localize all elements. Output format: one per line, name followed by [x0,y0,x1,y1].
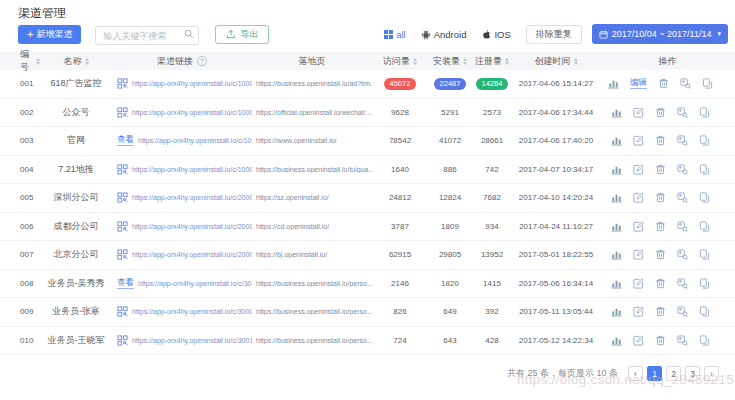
qr-preview-icon[interactable] [677,107,688,118]
landing-link[interactable]: https://sz.openinstall.io/ [256,194,329,201]
page-button-1[interactable]: 1 [647,366,662,381]
search-icon[interactable] [184,29,194,39]
edit-icon[interactable] [633,306,644,317]
landing-link[interactable]: https://official.openinstall.io/wechat/.… [256,109,371,116]
qrcode-icon[interactable] [117,164,128,175]
stats-icon[interactable] [611,249,622,260]
landing-link[interactable]: https://www.openinstall.io/ [256,137,337,144]
qrcode-icon[interactable] [117,78,128,89]
stats-icon[interactable] [611,135,622,146]
channel-link[interactable]: https://app-orx4hy.openinstall.io/c/2000… [132,223,252,230]
qr-preview-icon[interactable] [677,335,688,346]
column-header-installs[interactable]: 安装量 [428,55,472,68]
sort-icon[interactable] [463,58,467,65]
qr-preview-icon[interactable] [677,192,688,203]
landing-link[interactable]: https://business.openinstall.io/tuigua..… [256,166,372,173]
edit-icon[interactable] [633,164,644,175]
copy-icon[interactable] [699,107,710,118]
column-header-registers[interactable]: 注册量 [472,55,512,68]
channel-link[interactable]: https://app-orx4hy.openinstall.io/c/1000… [138,137,252,144]
edit-icon[interactable] [633,335,644,346]
channel-link[interactable]: https://app-orx4hy.openinstall.io/c/1000… [132,80,252,87]
copy-icon[interactable] [699,164,710,175]
qrcode-icon[interactable] [117,306,128,317]
page-button-3[interactable]: 3 [685,366,700,381]
next-page-button[interactable]: › [704,366,719,381]
channel-link[interactable]: https://app-orx4hy.openinstall.io/c/2000… [132,194,252,201]
channel-link[interactable]: https://app-orx4hy.openinstall.io/c/1000… [132,166,252,173]
qr-preview-icon[interactable] [677,221,688,232]
qr-preview-icon[interactable] [677,135,688,146]
edit-icon[interactable] [633,107,644,118]
column-header-id[interactable]: 编号 [0,48,40,74]
delete-icon[interactable] [655,221,666,232]
qrcode-icon[interactable] [117,221,128,232]
column-header-created[interactable]: 创建时间 [512,55,600,68]
page-button-2[interactable]: 2 [666,366,681,381]
qrcode-icon[interactable] [117,249,128,260]
sort-icon[interactable] [85,58,89,65]
dedupe-button[interactable]: 排除重复 [526,25,582,44]
copy-icon[interactable] [699,306,710,317]
qr-preview-icon[interactable] [677,278,688,289]
filter-android[interactable]: Android [421,29,467,40]
qr-preview-icon[interactable] [680,78,691,89]
view-link[interactable]: 查看 [117,135,134,146]
qr-preview-icon[interactable] [677,164,688,175]
delete-icon[interactable] [655,306,666,317]
delete-icon[interactable] [655,164,666,175]
delete-icon[interactable] [655,107,666,118]
copy-icon[interactable] [699,249,710,260]
stats-icon[interactable] [611,107,622,118]
channel-link[interactable]: https://app-orx4hy.openinstall.io/c/2000… [132,251,252,258]
delete-icon[interactable] [655,278,666,289]
stats-icon[interactable] [611,192,622,203]
landing-link[interactable]: https://business.openinstall.io/ad?tim..… [256,80,372,87]
landing-link[interactable]: https://business.openinstall.io/perso... [256,308,372,315]
qrcode-icon[interactable] [117,107,128,118]
delete-icon[interactable] [655,335,666,346]
stats-icon[interactable] [611,164,622,175]
edit-icon[interactable] [633,192,644,203]
copy-icon[interactable] [699,278,710,289]
prev-page-button[interactable]: ‹ [628,366,643,381]
delete-icon[interactable] [655,135,666,146]
view-link[interactable]: 查看 [117,278,134,289]
edit-icon[interactable] [633,135,644,146]
column-header-visits[interactable]: 访问量 [372,55,428,68]
edit-icon[interactable] [633,278,644,289]
stats-icon[interactable] [611,278,622,289]
landing-link[interactable]: https://bj.openinstall.io/ [256,251,327,258]
add-channel-button[interactable]: + 新增渠道 [18,25,81,44]
sort-icon[interactable] [574,58,578,65]
landing-link[interactable]: https://business.openinstall.io/perso... [256,337,372,344]
export-button[interactable]: 导出 [215,25,269,44]
qr-preview-icon[interactable] [677,306,688,317]
stats-icon[interactable] [611,306,622,317]
channel-link[interactable]: https://app-orx4hy.openinstall.io/c/1000… [132,109,252,116]
copy-icon[interactable] [699,135,710,146]
copy-icon[interactable] [699,192,710,203]
delete-icon[interactable] [655,249,666,260]
delete-icon[interactable] [655,192,666,203]
channel-link[interactable]: https://app-orx4hy.openinstall.io/c/3000… [132,308,252,315]
stats-icon[interactable] [611,335,622,346]
qrcode-icon[interactable] [117,192,128,203]
date-range-button[interactable]: 2017/10/04 ~ 2017/11/14 ▾ [592,24,728,44]
stats-icon[interactable] [611,221,622,232]
channel-link[interactable]: https://app-orx4hy.openinstall.io/c/3001… [132,337,252,344]
column-header-name[interactable]: 名称 [40,55,112,68]
filter-ios[interactable]: IOS [481,29,510,40]
copy-icon[interactable] [699,221,710,232]
sort-icon[interactable] [505,58,509,65]
edit-icon[interactable] [633,221,644,232]
copy-icon[interactable] [699,335,710,346]
channel-link[interactable]: https://app-orx4hy.openinstall.io/c/3000… [138,280,252,287]
filter-all[interactable]: all [384,29,406,40]
qrcode-icon[interactable] [117,335,128,346]
landing-link[interactable]: https://cd.openinstall.io/ [256,223,329,230]
edit-icon[interactable] [633,249,644,260]
delete-icon[interactable] [658,78,669,89]
sort-icon[interactable] [413,58,417,65]
copy-icon[interactable] [702,78,713,89]
